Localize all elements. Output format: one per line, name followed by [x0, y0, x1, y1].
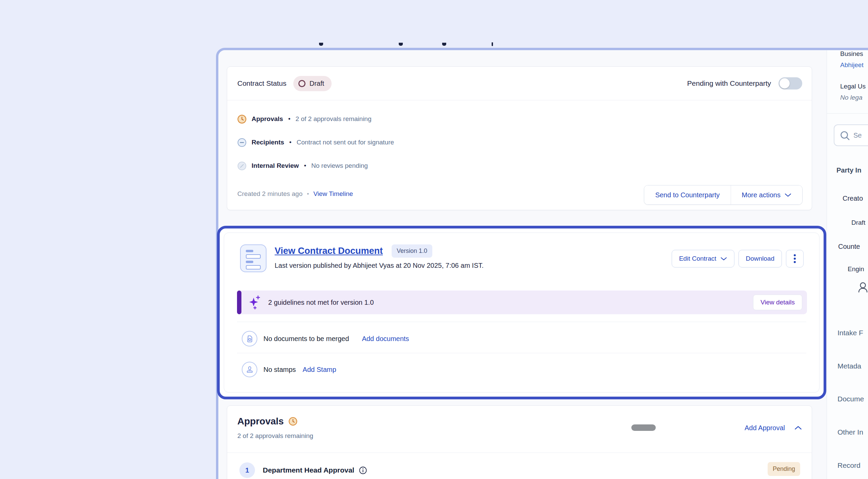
toggle-knob [780, 78, 790, 88]
bullet: • [307, 191, 309, 197]
pending-counterparty-label: Pending with Counterparty [687, 79, 771, 87]
created-timestamp: Created 2 minutes ago [237, 190, 302, 198]
clock-icon [289, 417, 297, 426]
status-item-name: Approvals [252, 115, 283, 123]
sidebar-nav-record[interactable]: Record [837, 461, 861, 470]
clock-icon [237, 115, 246, 124]
draft-status-icon [298, 80, 305, 87]
edit-contract-label: Edit Contract [679, 255, 716, 262]
view-timeline-link[interactable]: View Timeline [313, 190, 353, 198]
divider [227, 453, 812, 453]
status-badge-text: Draft [310, 80, 324, 87]
search-input[interactable] [853, 125, 868, 145]
person-icon [856, 281, 868, 296]
search-icon [839, 130, 851, 142]
page: Contract Status Draft Pending with Count… [0, 0, 868, 479]
contract-status-label: Contract Status [237, 79, 287, 87]
chevron-down-icon [785, 193, 791, 197]
bullet: • [304, 162, 306, 169]
status-item-name: Recipients [252, 139, 284, 146]
more-actions-button[interactable]: More actions [731, 185, 803, 204]
sparkle-icon [248, 295, 261, 310]
sidebar-field-value: No lega [840, 94, 863, 101]
clipped-text-remnant [442, 43, 446, 46]
status-item-name: Internal Review [252, 162, 299, 169]
right-sidebar: Busines Abhijeet Legal Us No lega Party … [827, 50, 868, 479]
send-to-counterparty-button[interactable]: Send to Counterparty [644, 185, 730, 204]
divider [237, 322, 806, 322]
stamps-row: No stamps Add Stamp [242, 362, 336, 377]
document-actions: Edit Contract Download [672, 250, 804, 267]
more-options-button[interactable] [786, 250, 804, 267]
stamp-status-text: No stamps [263, 366, 296, 374]
add-stamp-link[interactable]: Add Stamp [303, 366, 336, 374]
status-item-text: No reviews pending [311, 162, 368, 169]
more-actions-label: More actions [742, 191, 781, 199]
clipped-text-remnant [399, 43, 403, 46]
sidebar-search-box [834, 124, 868, 146]
merged-documents-row: No documents to be merged Add documents [242, 331, 409, 346]
divider [237, 353, 806, 353]
status-badge: Draft [293, 76, 332, 91]
sidebar-nav-other-info[interactable]: Other In [837, 428, 863, 436]
minus-circle-icon [237, 138, 246, 147]
sidebar-nav-intake[interactable]: Intake F [837, 329, 863, 337]
clipped-text-remnant [492, 42, 493, 46]
view-details-button[interactable]: View details [753, 295, 802, 310]
bullet: • [288, 115, 291, 123]
add-documents-link[interactable]: Add documents [362, 335, 409, 343]
status-item-text: 2 of 2 approvals remaining [296, 115, 372, 123]
party-information-heading: Party In [836, 166, 861, 174]
status-item-internal-review: Internal Review • No reviews pending [237, 158, 394, 173]
stamp-icon [242, 362, 257, 377]
info-icon[interactable] [359, 466, 367, 474]
document-section-highlight: View Contract Document Version 1.0 Last … [217, 226, 826, 399]
creator-label: Creato [843, 195, 863, 202]
chevron-down-icon [721, 257, 727, 261]
add-approval-link[interactable]: Add Approval [745, 424, 785, 432]
created-row: Created 2 minutes ago • View Timeline [237, 189, 353, 199]
edit-contract-button[interactable]: Edit Contract [672, 250, 734, 267]
approvals-subtitle: 2 of 2 approvals remaining [237, 432, 313, 440]
status-item-recipients: Recipients • Contract not sent out for s… [237, 135, 394, 150]
counterparty-value: Engin [848, 265, 864, 273]
approvals-card: Approvals 2 of 2 approvals remaining Add… [227, 405, 812, 479]
bullet: • [289, 139, 292, 146]
divider [227, 100, 812, 100]
counterparty-label: Counte [838, 243, 860, 251]
chevron-up-icon[interactable] [794, 426, 802, 430]
sidebar-field-label: Legal Us [840, 83, 866, 90]
creator-value: Draft [851, 219, 865, 226]
sidebar-field-value-link[interactable]: Abhijeet [840, 61, 864, 69]
view-contract-document-link[interactable]: View Contract Document [275, 246, 383, 256]
action-button-group: Send to Counterparty More actions [644, 185, 803, 205]
document-header: View Contract Document Version 1.0 Last … [240, 244, 484, 272]
approval-row: 1 Department Head Approval [239, 462, 367, 478]
approval-name: Department Head Approval [263, 466, 354, 474]
drag-handle[interactable] [631, 424, 656, 431]
sidebar-nav-metadata[interactable]: Metada [837, 362, 861, 370]
last-published-text: Last version published by Abhijeet Vyas … [275, 262, 484, 270]
sidebar-field-label: Busines [840, 50, 863, 58]
guidelines-banner: 2 guidelines not met for version 1.0 Vie… [237, 291, 807, 314]
status-items: Approvals • 2 of 2 approvals remaining R… [237, 112, 394, 173]
approval-step-number: 1 [239, 462, 255, 478]
kebab-icon [794, 254, 796, 263]
contract-document-card: View Contract Document Version 1.0 Last … [224, 233, 820, 393]
document-link-icon [242, 331, 257, 346]
contract-status-card: Contract Status Draft Pending with Count… [227, 66, 812, 210]
sidebar-nav-documents[interactable]: Docume [837, 395, 864, 403]
clipped-text-remnant [319, 43, 323, 46]
guidelines-text: 2 guidelines not met for version 1.0 [268, 299, 753, 306]
version-badge: Version 1.0 [392, 244, 432, 258]
status-item-text: Contract not sent out for signature [297, 139, 394, 146]
slash-circle-icon [237, 161, 246, 171]
approvals-title: Approvals [237, 416, 284, 427]
download-button[interactable]: Download [738, 250, 782, 267]
status-item-approvals: Approvals • 2 of 2 approvals remaining [237, 112, 394, 126]
pending-counterparty-toggle[interactable] [778, 77, 802, 89]
banner-accent-bar [237, 291, 241, 314]
divider [827, 113, 868, 114]
document-icon [240, 244, 267, 272]
merge-status-text: No documents to be merged [263, 335, 349, 343]
